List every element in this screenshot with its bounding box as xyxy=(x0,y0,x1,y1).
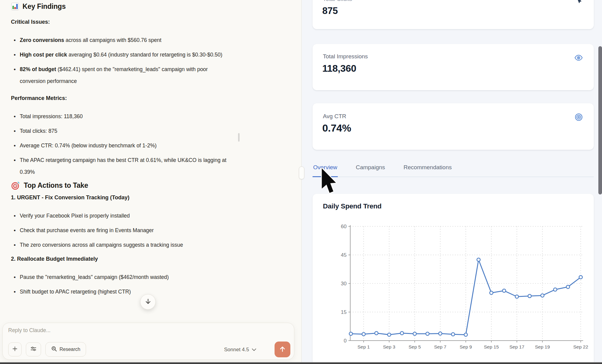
research-button[interactable]: Research xyxy=(45,342,86,357)
action-2-label: 2. Reallocate Budget Immediately xyxy=(11,256,234,262)
target-icon xyxy=(575,113,583,122)
action-2-list: Pause the "remarketing_leads" campaign (… xyxy=(11,271,234,298)
metric-value: 118,360 xyxy=(322,63,356,74)
research-label: Research xyxy=(60,347,80,352)
chat-scrollbar-thumb[interactable] xyxy=(238,133,240,142)
svg-text:0: 0 xyxy=(344,338,347,344)
svg-text:45: 45 xyxy=(341,252,347,258)
metric-label: Total Impressions xyxy=(323,53,368,60)
svg-text:Sep 5: Sep 5 xyxy=(409,344,421,349)
artifact-tabs: Overview Campaigns Recommendations xyxy=(313,164,594,177)
reply-input[interactable]: Reply to Claude... xyxy=(8,327,50,334)
list-item: The APAC retargeting campaign has the be… xyxy=(11,154,234,178)
arrow-down-icon xyxy=(144,298,152,306)
metric-label: Avg CTR xyxy=(323,113,346,120)
attach-button[interactable] xyxy=(8,342,22,356)
daily-spend-trend-card: Daily Spend Trend 015304560Sep 1Sep 3Sep… xyxy=(313,194,594,364)
list-item: Pause the "remarketing_leads" campaign (… xyxy=(11,271,234,283)
list-item: Zero conversions across all campaigns wi… xyxy=(11,34,234,46)
metric-label: Total Clicks xyxy=(323,0,352,2)
model-label: Sonnet 4.5 xyxy=(224,347,249,353)
svg-text:Sep 19: Sep 19 xyxy=(535,344,550,349)
cursor-click-icon xyxy=(575,0,583,4)
list-item: The zero conversions across all campaign… xyxy=(11,239,234,251)
action-1-list: Verify your Facebook Pixel is properly i… xyxy=(11,210,234,251)
sliders-icon xyxy=(30,345,37,353)
svg-text:Sep 7: Sep 7 xyxy=(434,344,447,349)
scroll-to-bottom-button[interactable] xyxy=(140,294,156,310)
send-button[interactable] xyxy=(275,342,290,357)
panel-resize-handle[interactable] xyxy=(299,167,304,179)
svg-text:60: 60 xyxy=(341,224,347,229)
list-item: Total clicks: 875 xyxy=(11,125,234,137)
heading-text: Key Findings xyxy=(22,2,66,11)
metric-value: 875 xyxy=(322,5,338,16)
list-item: Average CTR: 0.74% (below industry bench… xyxy=(11,140,234,152)
list-item: Shift budget to APAC retargeting (highes… xyxy=(11,286,234,298)
metric-value: 0.74% xyxy=(322,122,351,134)
critical-issues-list: Zero conversions across all campaigns wi… xyxy=(11,34,234,87)
tools-button[interactable] xyxy=(26,342,41,356)
model-selector[interactable]: Sonnet 4.5 xyxy=(224,345,256,355)
daily-spend-line-chart: 015304560Sep 1Sep 3Sep 5Sep 7Sep 9Sep 15… xyxy=(313,212,594,364)
tab-recommendations[interactable]: Recommendations xyxy=(403,164,452,177)
chevron-down-icon xyxy=(252,347,256,353)
performance-metrics-label: Performance Metrics: xyxy=(11,95,234,101)
chat-panel: Key Findings Critical Issues: Zero conve… xyxy=(0,0,301,364)
tab-overview[interactable]: Overview xyxy=(313,164,338,177)
assistant-message: Key Findings Critical Issues: Zero conve… xyxy=(11,2,234,300)
list-item: Check that purchase events are firing in… xyxy=(11,225,234,236)
key-findings-heading: Key Findings xyxy=(11,2,234,11)
svg-text:Sep 17: Sep 17 xyxy=(509,344,524,349)
eye-icon xyxy=(574,54,583,63)
dart-target-icon xyxy=(11,181,20,190)
magnifier-icon xyxy=(51,346,57,353)
svg-text:Sep 9: Sep 9 xyxy=(460,344,472,349)
panel-scrollbar-thumb[interactable] xyxy=(598,46,602,194)
list-item: Total impressions: 118,360 xyxy=(11,111,234,122)
metric-card-total-clicks: Total Clicks 875 xyxy=(313,0,594,29)
heading-text: Top Actions to Take xyxy=(24,181,88,190)
top-actions-heading: Top Actions to Take xyxy=(11,181,234,190)
metric-card-total-impressions: Total Impressions 118,360 xyxy=(313,44,594,90)
screen-bottom-edge xyxy=(0,362,602,364)
svg-text:Sep 3: Sep 3 xyxy=(383,344,396,349)
svg-text:Sep 15: Sep 15 xyxy=(484,344,499,349)
list-item: Verify your Facebook Pixel is properly i… xyxy=(11,210,234,222)
bar-chart-icon xyxy=(11,2,19,11)
artifact-panel: Total Clicks 875 Total Impressions 118,3… xyxy=(302,0,602,364)
svg-text:Sep 1: Sep 1 xyxy=(358,344,370,349)
tab-campaigns[interactable]: Campaigns xyxy=(355,164,386,177)
metric-card-avg-ctr: Avg CTR 0.74% xyxy=(313,103,594,150)
screen: Key Findings Critical Issues: Zero conve… xyxy=(0,0,602,364)
arrow-up-icon xyxy=(279,345,286,354)
chart-title: Daily Spend Trend xyxy=(323,202,382,210)
action-1-label: 1. URGENT - Fix Conversion Tracking (Tod… xyxy=(11,194,234,201)
performance-metrics-list: Total impressions: 118,360Total clicks: … xyxy=(11,111,234,178)
svg-text:30: 30 xyxy=(341,281,347,287)
composer[interactable]: Reply to Claude... xyxy=(2,323,294,360)
plus-icon xyxy=(12,346,18,353)
list-item: High cost per click averaging $0.64 (ind… xyxy=(11,49,234,61)
critical-issues-label: Critical Issues: xyxy=(11,19,234,25)
svg-text:Sep 22: Sep 22 xyxy=(573,344,588,349)
list-item: 82% of budget ($462.41) spent on the "re… xyxy=(11,64,234,87)
svg-text:15: 15 xyxy=(341,309,347,315)
